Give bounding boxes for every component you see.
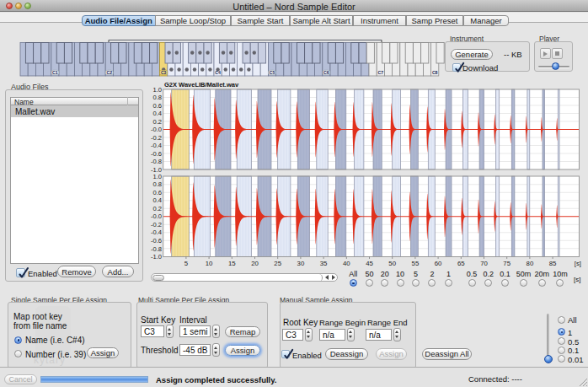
svg-text:-0.8: -0.8	[151, 245, 162, 253]
svg-text:0.8: 0.8	[152, 180, 162, 188]
svg-text:1.0: 1.0	[152, 173, 162, 180]
svg-text:35: 35	[320, 260, 328, 267]
svg-text:G2X WaveLIB/Mallet.wav: G2X WaveLIB/Mallet.wav	[164, 81, 239, 89]
svg-text:40: 40	[343, 260, 350, 267]
svg-text:60: 60	[435, 260, 442, 267]
svg-text:50: 50	[388, 260, 396, 267]
svg-text:-0.0: -0.0	[151, 126, 162, 133]
svg-text:-0.2: -0.2	[151, 221, 162, 228]
svg-text:1.0: 1.0	[152, 86, 162, 94]
svg-text:5: 5	[184, 260, 189, 267]
svg-text:0.2: 0.2	[152, 118, 162, 126]
svg-text:0.4: 0.4	[152, 110, 162, 117]
svg-text:20: 20	[251, 260, 259, 267]
svg-text:0.6: 0.6	[152, 189, 162, 196]
svg-text:65: 65	[457, 260, 465, 267]
svg-text:45: 45	[366, 260, 373, 267]
svg-text:0.6: 0.6	[152, 102, 162, 110]
svg-text:0.2: 0.2	[152, 205, 162, 212]
svg-text:-0.8: -0.8	[151, 158, 162, 165]
svg-text:30: 30	[297, 260, 305, 267]
svg-text:70: 70	[480, 260, 488, 267]
svg-text:0.8: 0.8	[152, 94, 162, 101]
svg-text:25: 25	[274, 260, 281, 267]
svg-text:85: 85	[549, 260, 557, 267]
svg-text:-0.4: -0.4	[151, 228, 162, 236]
svg-text:15: 15	[228, 260, 236, 267]
svg-text:-0.0: -0.0	[151, 212, 162, 220]
svg-text:[s]: [s]	[575, 260, 581, 267]
svg-text:55: 55	[412, 260, 420, 267]
svg-text:-1.0: -1.0	[151, 253, 162, 261]
svg-text:80: 80	[527, 260, 534, 267]
svg-text:-0.6: -0.6	[151, 150, 162, 158]
svg-text:0.4: 0.4	[152, 196, 162, 204]
svg-text:-0.6: -0.6	[151, 237, 162, 245]
svg-text:10: 10	[206, 260, 213, 267]
svg-text:75: 75	[503, 260, 510, 267]
svg-text:-0.2: -0.2	[151, 134, 162, 142]
svg-text:-0.4: -0.4	[151, 142, 162, 149]
